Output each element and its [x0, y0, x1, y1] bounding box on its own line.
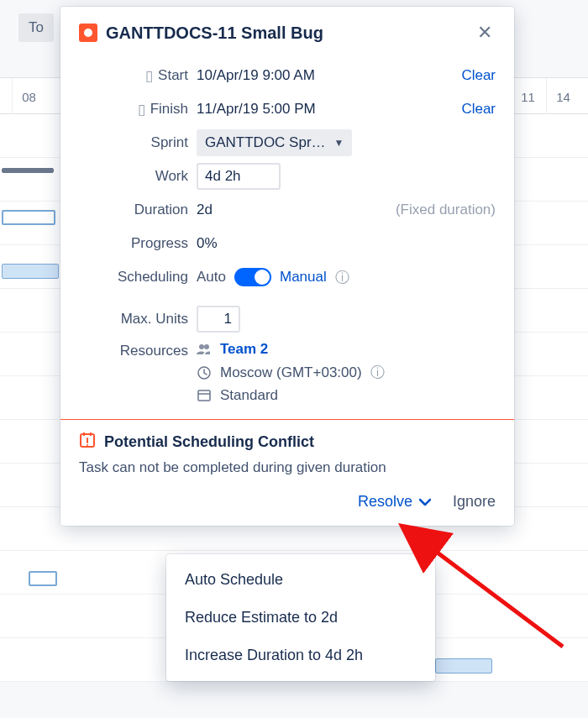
gantt-bar: [2, 264, 59, 279]
duration-note: (Fixed duration): [378, 202, 496, 218]
finish-value[interactable]: 11/Apr/19 5:00 PM: [197, 101, 420, 118]
resources-label: Resources: [79, 341, 188, 359]
conflict-divider: [60, 419, 514, 420]
sprint-value: GANTTDOC Spr…: [205, 134, 326, 151]
clear-finish-button[interactable]: Clear: [428, 101, 496, 118]
svg-rect-1: [198, 390, 210, 401]
conflict-message: Task can not be completed during given d…: [79, 459, 496, 476]
info-icon[interactable]: ⓘ: [335, 268, 349, 287]
flag-icon: ▯: [138, 101, 145, 118]
dropdown-item-auto-schedule[interactable]: Auto Schedule: [166, 561, 435, 599]
duration-label: Duration: [79, 202, 188, 218]
work-label: Work: [79, 168, 188, 185]
calendar-value: Standard: [220, 387, 278, 404]
users-icon: [197, 343, 212, 355]
conflict-title: Potential Scheduling Conflict: [104, 433, 314, 451]
resolve-label: Resolve: [358, 493, 412, 511]
gantt-summary-bar: [2, 168, 54, 173]
resolve-button[interactable]: Resolve: [358, 493, 431, 511]
issue-type-bug-icon: [79, 24, 97, 42]
clock-icon: [197, 366, 212, 380]
gantt-bar: [2, 210, 55, 225]
start-value[interactable]: 10/Apr/19 9:00 AM: [197, 67, 420, 84]
scheduling-label: Scheduling: [79, 269, 188, 286]
ignore-button[interactable]: Ignore: [453, 493, 496, 511]
gantt-bar: [29, 571, 57, 586]
scheduling-manual-label[interactable]: Manual: [280, 269, 327, 286]
dropdown-item-increase-duration[interactable]: Increase Duration to 4d 2h: [166, 637, 435, 674]
progress-label: Progress: [79, 235, 188, 252]
chevron-down-icon: [419, 493, 431, 511]
close-button[interactable]: ✕: [474, 22, 496, 44]
timeline-date: 08: [12, 78, 45, 115]
sprint-label: Sprint: [79, 134, 188, 151]
bg-button: To: [18, 13, 54, 42]
maxunits-label: Max. Units: [79, 311, 188, 328]
timeline-date: 14: [546, 78, 580, 115]
scheduling-toggle[interactable]: [234, 268, 271, 286]
team-link[interactable]: Team 2: [220, 341, 268, 358]
maxunits-input[interactable]: 1: [197, 306, 240, 333]
background-toolbar: To: [18, 13, 54, 42]
sprint-select[interactable]: GANTTDOC Spr… ▼: [197, 129, 352, 156]
task-details-popover: GANTTDOCS-11 Small Bug ✕ ▯Start 10/Apr/1…: [60, 7, 514, 526]
scheduling-auto-label: Auto: [197, 269, 226, 286]
chevron-down-icon: ▼: [334, 137, 344, 149]
start-label: Start: [158, 67, 188, 84]
work-input[interactable]: 4d 2h: [197, 163, 281, 190]
calendar-icon: [197, 390, 212, 401]
dropdown-item-reduce-estimate[interactable]: Reduce Estimate to 2d: [166, 599, 435, 637]
progress-value: 0%: [197, 235, 420, 252]
gantt-bar: [435, 658, 492, 673]
timeline-date: 11: [511, 78, 544, 115]
svg-point-7: [87, 444, 88, 446]
timezone-value: Moscow (GMT+03:00): [220, 364, 362, 381]
info-icon[interactable]: ⓘ: [370, 363, 385, 382]
task-title: GANTTDOCS-11 Small Bug: [106, 24, 465, 43]
finish-label: Finish: [150, 101, 188, 118]
resolve-dropdown-menu: Auto Schedule Reduce Estimate to 2d Incr…: [166, 554, 435, 681]
flag-icon: ▯: [145, 67, 153, 85]
warning-calendar-icon: [79, 432, 96, 453]
clear-start-button[interactable]: Clear: [428, 67, 496, 84]
